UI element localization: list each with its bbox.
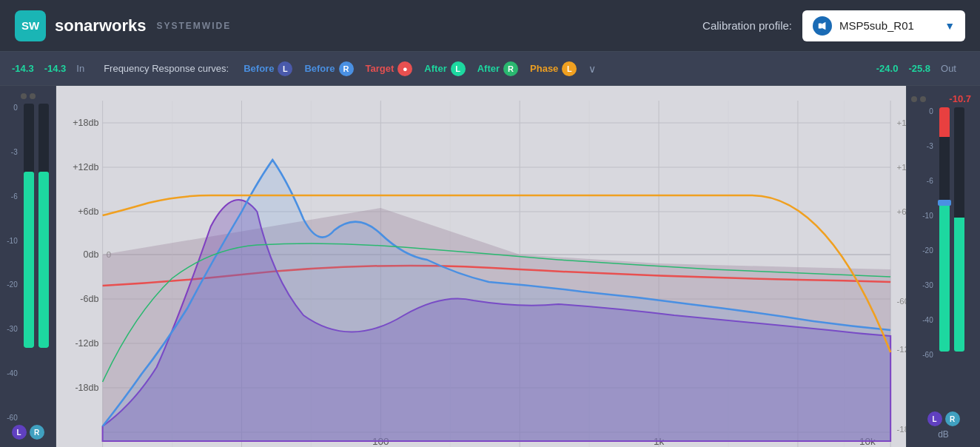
left-vu-meters: 0 -3 -6 -10 -20 -30 -40 -60 <box>4 104 51 422</box>
svg-text:-120°: -120° <box>896 345 906 354</box>
out-level-right: -25.8 <box>908 63 930 74</box>
left-bar-r-fill <box>38 172 49 348</box>
after-r-label: After <box>477 63 500 74</box>
svg-text:-6db: -6db <box>80 294 98 304</box>
left-vu-bar-r <box>38 104 49 348</box>
left-dot-2 <box>30 93 36 99</box>
target-dot: ● <box>397 61 412 76</box>
right-bar-r-green <box>954 218 964 352</box>
brand-name: sonarworks <box>55 16 147 36</box>
phase-dot: L <box>562 61 577 76</box>
svg-text:+180°: +180° <box>896 118 906 127</box>
before-l-dot: L <box>278 61 292 76</box>
in-level-left: -14.3 <box>12 63 34 74</box>
svg-text:-180°: -180° <box>896 425 906 434</box>
in-level-right: -14.3 <box>44 63 67 74</box>
curve-before-r[interactable]: Before R <box>304 61 353 76</box>
left-vu-panel: 0 -3 -6 -10 -20 -30 -40 -60 L R <box>0 86 56 447</box>
before-r-label: Before <box>304 63 335 74</box>
right-bar-l-green <box>939 205 950 352</box>
after-l-dot: L <box>451 61 466 76</box>
left-bar-l-fill <box>24 172 34 348</box>
before-l-label: Before <box>244 63 274 74</box>
systemwide-label: SYSTEMWIDE <box>157 21 232 31</box>
curve-target[interactable]: Target ● <box>366 61 413 76</box>
right-bar-l <box>939 107 950 352</box>
right-vu-meters: 0 -3 -6 -10 -20 -30 -40 -60 <box>911 107 976 409</box>
curve-after-l[interactable]: After L <box>424 61 465 76</box>
curve-before-l[interactable]: Before L <box>244 61 292 76</box>
svg-rect-0 <box>819 23 822 28</box>
curve-phase[interactable]: Phase L <box>530 61 577 76</box>
cal-profile-name: MSP5sub_R01 <box>839 19 937 32</box>
svg-text:+120°: +120° <box>896 163 906 172</box>
svg-text:-18db: -18db <box>75 383 98 393</box>
right-bar-l-red <box>939 107 950 137</box>
header: SW sonarworks SYSTEMWIDE Calibration pro… <box>0 0 980 52</box>
right-dot-1 <box>911 96 917 102</box>
right-vu-panel: -10.7 0 -3 -6 -10 -20 -30 -40 -60 <box>906 86 980 447</box>
logo-text: SW <box>21 19 39 32</box>
left-vu-badges: L R <box>12 425 44 440</box>
main-area: 0 -3 -6 -10 -20 -30 -40 -60 L R <box>0 86 980 447</box>
frequency-chart: +18db +12db +6db 0db -6db -12db -18db +1… <box>56 86 906 447</box>
svg-text:-12db: -12db <box>75 338 98 349</box>
left-vu-bar-l <box>24 104 34 348</box>
after-r-dot: R <box>503 61 518 76</box>
svg-point-2 <box>822 24 825 27</box>
svg-text:+12db: +12db <box>73 162 98 172</box>
svg-text:+18db: +18db <box>73 118 98 128</box>
right-dot-2 <box>920 96 926 102</box>
curves-expand-icon[interactable]: ∨ <box>588 63 596 75</box>
svg-text:0db: 0db <box>84 249 99 260</box>
curve-after-r[interactable]: After R <box>477 61 518 76</box>
svg-text:-60°: -60° <box>896 297 906 306</box>
in-label: In <box>76 63 84 74</box>
before-r-dot: R <box>339 61 354 76</box>
right-badge-l: L <box>927 411 942 426</box>
chart-area: +18db +12db +6db 0db -6db -12db -18db +1… <box>56 86 906 447</box>
right-vu-badges: L R <box>927 411 960 426</box>
toolbar: -14.3 -14.3 In Frequency Response curves… <box>0 52 980 86</box>
freq-curves-label: Frequency Response curves: <box>104 63 229 74</box>
out-label: Out <box>941 63 956 74</box>
left-vu-scale: 0 -3 -6 -10 -20 -30 -40 -60 <box>7 104 19 422</box>
speaker-icon <box>813 16 832 36</box>
left-badge-r: R <box>30 425 44 440</box>
svg-text:+60°: +60° <box>896 207 906 216</box>
right-vu-scale: 0 -3 -6 -10 -20 -30 -40 -60 <box>922 107 934 359</box>
svg-text:+6db: +6db <box>78 206 98 217</box>
target-label: Target <box>366 63 395 74</box>
phase-label: Phase <box>530 63 558 74</box>
right-vu-value: -10.7 <box>949 93 971 104</box>
db-label: dB <box>938 429 949 440</box>
left-badge-l: L <box>12 425 27 440</box>
after-l-label: After <box>424 63 446 74</box>
chevron-down-icon[interactable]: ▼ <box>944 20 955 32</box>
cal-label: Calibration profile: <box>702 19 792 32</box>
left-dot-1 <box>21 93 27 99</box>
logo-badge: SW <box>15 10 46 41</box>
right-bar-l-knob[interactable] <box>938 200 951 206</box>
cal-profile-select[interactable]: MSP5sub_R01 ▼ <box>802 10 965 41</box>
out-level-left: -24.0 <box>876 63 899 74</box>
right-badge-r: R <box>945 411 960 426</box>
right-bar-r <box>954 107 964 352</box>
